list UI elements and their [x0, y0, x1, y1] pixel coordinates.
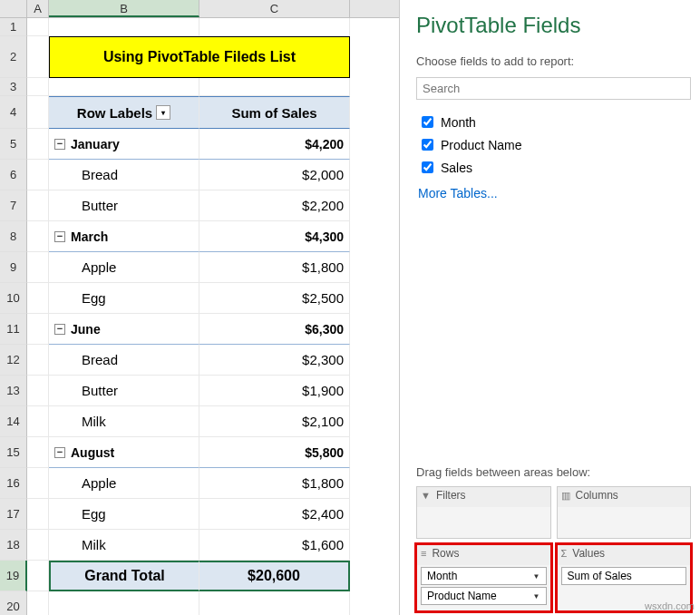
row-header-13[interactable]: 13: [0, 376, 27, 406]
filter-icon: ▼: [421, 490, 431, 501]
pivot-row-label[interactable]: Butter: [49, 376, 199, 406]
collapse-icon[interactable]: −: [54, 139, 65, 150]
pivot-row-value[interactable]: $2,400: [199, 499, 350, 530]
row-header-5[interactable]: 5: [0, 129, 27, 160]
pivot-row-value[interactable]: $6,300: [199, 314, 350, 345]
row-header-20[interactable]: 20: [0, 591, 27, 615]
grid: Using PivotTable Fileds ListRow Labels▾S…: [27, 18, 350, 615]
pivot-row-label[interactable]: −June: [49, 314, 199, 345]
chevron-down-icon[interactable]: ▼: [533, 572, 540, 581]
values-icon: Σ: [561, 548, 568, 559]
field-item[interactable]: Sales: [416, 156, 691, 179]
pivot-row-value[interactable]: $4,300: [199, 221, 350, 252]
columns-label: Columns: [576, 489, 618, 502]
pivot-row-label[interactable]: −March: [49, 221, 199, 252]
area-item[interactable]: Sum of Sales: [561, 567, 687, 585]
row-header-1[interactable]: 1: [0, 18, 27, 36]
pivot-row-value[interactable]: $2,100: [199, 406, 350, 437]
col-header-B[interactable]: B: [49, 0, 199, 17]
col-header-C[interactable]: C: [199, 0, 350, 17]
area-item-label: Product Name: [427, 590, 497, 602]
watermark: wsxdn.com: [645, 600, 695, 611]
pivot-row-label[interactable]: Milk: [49, 530, 199, 561]
row-header-12[interactable]: 12: [0, 345, 27, 376]
pivot-row-label[interactable]: Butter: [49, 190, 199, 221]
title-cell[interactable]: Using PivotTable Fileds List: [49, 36, 350, 78]
pivot-row-label[interactable]: Apple: [49, 252, 199, 283]
pivottable-fields-pane: PivotTable Fields Choose fields to add t…: [399, 0, 700, 615]
worksheet[interactable]: A B C 1234567891011121314151617181920 Us…: [0, 0, 399, 615]
pivot-row-value[interactable]: $2,200: [199, 190, 350, 221]
collapse-icon[interactable]: −: [54, 447, 65, 458]
column-headers: A B C: [0, 0, 399, 18]
drag-label: Drag fields between areas below:: [416, 465, 691, 479]
row-header-16[interactable]: 16: [0, 468, 27, 499]
pivot-row-value[interactable]: $2,000: [199, 160, 350, 190]
sum-sales-header[interactable]: Sum of Sales: [199, 96, 350, 129]
pivot-row-label[interactable]: Egg: [49, 499, 199, 530]
area-item[interactable]: Product Name▼: [421, 587, 547, 605]
field-label: Sales: [441, 161, 472, 175]
row-header-4[interactable]: 4: [0, 96, 27, 129]
pivot-row-value[interactable]: $4,200: [199, 129, 350, 160]
choose-label: Choose fields to add to report:: [416, 54, 691, 68]
grand-total-value[interactable]: $20,600: [199, 561, 350, 591]
pivot-row-label[interactable]: Egg: [49, 283, 199, 314]
chevron-down-icon[interactable]: ▼: [533, 592, 540, 600]
rows-area[interactable]: ≡Rows Month▼Product Name▼: [416, 544, 551, 611]
collapse-icon[interactable]: −: [54, 231, 65, 242]
more-tables-link[interactable]: More Tables...: [416, 179, 691, 208]
search-input[interactable]: [416, 77, 691, 100]
row-header-6[interactable]: 6: [0, 160, 27, 190]
row-header-3[interactable]: 3: [0, 78, 27, 96]
filter-dropdown-icon[interactable]: ▾: [156, 105, 170, 120]
columns-icon: ▥: [561, 490, 570, 502]
select-all-corner[interactable]: [0, 0, 27, 17]
row-headers: 1234567891011121314151617181920: [0, 18, 27, 615]
row-header-8[interactable]: 8: [0, 221, 27, 252]
pivot-row-value[interactable]: $1,900: [199, 376, 350, 406]
row-header-14[interactable]: 14: [0, 406, 27, 437]
pivot-row-value[interactable]: $1,600: [199, 530, 350, 561]
area-item-label: Month: [427, 570, 457, 582]
row-header-15[interactable]: 15: [0, 437, 27, 468]
pivot-row-label[interactable]: Milk: [49, 406, 199, 437]
pivot-row-label[interactable]: Bread: [49, 345, 199, 376]
pivot-row-label[interactable]: Bread: [49, 160, 199, 190]
row-header-11[interactable]: 11: [0, 314, 27, 345]
pivot-row-value[interactable]: $2,500: [199, 283, 350, 314]
field-item[interactable]: Product Name: [416, 133, 691, 156]
grand-total-label[interactable]: Grand Total: [49, 561, 199, 591]
field-item[interactable]: Month: [416, 111, 691, 133]
row-header-18[interactable]: 18: [0, 530, 27, 561]
rows-icon: ≡: [421, 548, 426, 559]
rows-label: Rows: [432, 547, 459, 560]
area-item[interactable]: Month▼: [421, 567, 547, 585]
col-header-A[interactable]: A: [27, 0, 49, 17]
collapse-icon[interactable]: −: [54, 324, 65, 335]
pivot-row-label[interactable]: Apple: [49, 468, 199, 499]
columns-area[interactable]: ▥Columns: [557, 486, 692, 539]
pivot-row-label[interactable]: −January: [49, 129, 199, 160]
field-checkbox[interactable]: [422, 116, 433, 128]
field-label: Product Name: [441, 138, 521, 152]
row-labels-header[interactable]: Row Labels▾: [49, 96, 199, 129]
row-header-10[interactable]: 10: [0, 283, 27, 314]
filters-label: Filters: [436, 489, 466, 502]
pivot-row-value[interactable]: $1,800: [199, 468, 350, 499]
pivot-row-label[interactable]: −August: [49, 437, 199, 468]
area-item-label: Sum of Sales: [568, 570, 632, 582]
field-checkbox[interactable]: [422, 139, 433, 151]
field-checkbox[interactable]: [422, 161, 433, 173]
filters-area[interactable]: ▼Filters: [416, 486, 551, 539]
row-header-17[interactable]: 17: [0, 499, 27, 530]
row-header-7[interactable]: 7: [0, 190, 27, 221]
pivot-row-value[interactable]: $2,300: [199, 345, 350, 376]
pivot-row-value[interactable]: $5,800: [199, 437, 350, 468]
values-label: Values: [572, 547, 605, 560]
row-header-19[interactable]: 19: [0, 561, 27, 591]
pivot-row-value[interactable]: $1,800: [199, 252, 350, 283]
pane-title: PivotTable Fields: [416, 13, 691, 38]
row-header-2[interactable]: 2: [0, 36, 27, 78]
row-header-9[interactable]: 9: [0, 252, 27, 283]
